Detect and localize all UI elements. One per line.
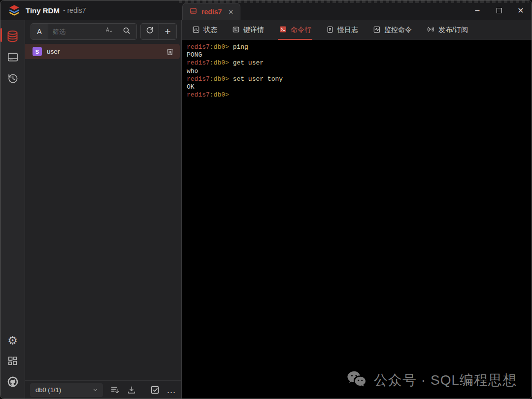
match-case-icon	[105, 27, 113, 37]
maximize-button[interactable]	[488, 0, 510, 20]
refresh-icon	[145, 26, 154, 37]
search-icon	[122, 26, 131, 37]
type-badge-string: S	[33, 47, 42, 56]
terminal-line: redis7:db0>ping	[187, 43, 528, 51]
minimize-button[interactable]: –	[466, 0, 488, 20]
window-controls: – ✕	[466, 0, 532, 20]
tab-slowlog[interactable]: 慢日志	[319, 20, 366, 40]
plus-icon: +	[165, 26, 170, 36]
filter-input[interactable]	[48, 24, 102, 39]
terminal-output: PONG	[187, 51, 528, 59]
watermark-text: 公众号 · SQL编程思想	[374, 371, 517, 390]
prompt-host: redis7	[187, 91, 210, 99]
filter-row: A	[25, 20, 181, 42]
connection-tab[interactable]: redis7 ✕	[182, 3, 240, 20]
tab-monitor[interactable]: 监控命令	[366, 20, 419, 40]
window-body: ⚙	[0, 20, 532, 399]
tab-status-label: 状态	[203, 26, 217, 34]
sort-down-icon	[110, 385, 120, 395]
prompt-db: :db0>	[210, 75, 229, 83]
footer-icons: …	[110, 385, 176, 395]
server-icon	[189, 7, 198, 17]
checkbox-icon	[150, 385, 160, 395]
terminal-prompt-line[interactable]: redis7:db0>	[187, 91, 528, 99]
status-icon	[192, 26, 200, 35]
trash-icon	[166, 47, 174, 56]
terminal-output: OK	[187, 83, 528, 91]
chevron-down-icon	[92, 387, 99, 393]
prompt-db: :db0>	[210, 91, 229, 99]
sidebar-actions: +	[140, 23, 177, 40]
terminal-command: get user	[229, 59, 264, 66]
history-icon	[6, 72, 19, 87]
checkbox-mode-button[interactable]	[150, 385, 160, 395]
db-select[interactable]: db0 (1/1)	[30, 383, 103, 397]
keyboard-icon	[232, 26, 240, 35]
minimize-icon: –	[475, 6, 480, 15]
terminal-line: redis7:db0>get user	[187, 59, 528, 67]
maximize-icon	[497, 8, 502, 13]
cli-terminal[interactable]: redis7:db0>ping PONG redis7:db0>get user…	[182, 40, 532, 399]
load-all-button[interactable]	[127, 385, 136, 395]
apps-button[interactable]	[3, 352, 23, 371]
github-icon	[6, 375, 19, 390]
database-icon	[6, 30, 19, 45]
search-button[interactable]	[116, 24, 136, 39]
github-button[interactable]	[3, 373, 23, 393]
wechat-icon	[347, 370, 367, 390]
refresh-button[interactable]	[141, 24, 159, 39]
tab-key-detail[interactable]: 键详情	[225, 20, 271, 40]
terminal-icon	[279, 25, 287, 35]
terminal-command: ping	[229, 43, 248, 51]
tab-key-detail-label: 键详情	[243, 26, 264, 34]
prompt-host: redis7	[187, 75, 210, 83]
prompt-db: :db0>	[210, 43, 229, 51]
rail-bottom: ⚙	[3, 331, 23, 394]
filter-mode-label: A	[37, 28, 41, 35]
app-logo-icon	[8, 4, 21, 17]
key-name: user	[47, 48, 60, 55]
rail-item-history[interactable]	[3, 69, 23, 89]
terminal-output: who	[187, 67, 528, 75]
add-key-button[interactable]: +	[159, 24, 176, 39]
broadcast-icon	[427, 25, 435, 35]
document-icon	[326, 26, 334, 35]
tab-status[interactable]: 状态	[185, 20, 225, 40]
filter-mode-button[interactable]: A	[31, 24, 48, 39]
db-select-value: db0 (1/1)	[35, 386, 61, 394]
tab-close-icon[interactable]: ✕	[228, 8, 233, 16]
tab-slowlog-label: 慢日志	[337, 26, 358, 34]
match-case-button[interactable]	[102, 24, 116, 39]
load-more-button[interactable]	[110, 385, 120, 395]
view-tabs: 状态 键详情	[182, 20, 532, 40]
watermark: 公众号 · SQL编程思想	[347, 370, 517, 390]
left-rail: ⚙	[0, 20, 25, 399]
close-button[interactable]: ✕	[510, 0, 532, 20]
key-row-user[interactable]: S user	[25, 44, 180, 59]
download-icon	[127, 385, 136, 395]
filter-group: A	[31, 23, 137, 40]
prompt-db: :db0>	[210, 59, 229, 66]
sidebar-footer: db0 (1/1)	[25, 380, 181, 399]
grid-icon	[7, 355, 18, 368]
app-subtitle: - redis7	[63, 6, 86, 14]
terminal-line: redis7:db0>set user tony	[187, 75, 528, 83]
rail-active-indicator	[0, 28, 2, 42]
rail-item-server[interactable]	[3, 48, 23, 68]
app-window: Tiny RDM - redis7 – ✕ redis7 ✕	[0, 0, 532, 399]
tab-cli-label: 命令行	[291, 26, 311, 34]
tab-pubsub[interactable]: 发布/订阅	[419, 20, 475, 40]
settings-button[interactable]: ⚙	[3, 331, 23, 350]
app-title: Tiny RDM	[26, 6, 60, 15]
close-icon: ✕	[517, 6, 524, 15]
terminal-command: set user tony	[229, 75, 283, 83]
pulse-icon	[373, 26, 381, 35]
connection-tab-label: redis7	[201, 8, 222, 16]
tab-cli[interactable]: 命令行	[271, 20, 319, 40]
rail-item-database[interactable]	[3, 27, 23, 47]
delete-key-button[interactable]	[166, 47, 174, 56]
gear-icon: ⚙	[7, 335, 18, 346]
prompt-host: redis7	[187, 59, 210, 66]
key-tree[interactable]: S user	[25, 42, 181, 380]
main-area: 状态 键详情	[182, 20, 532, 399]
